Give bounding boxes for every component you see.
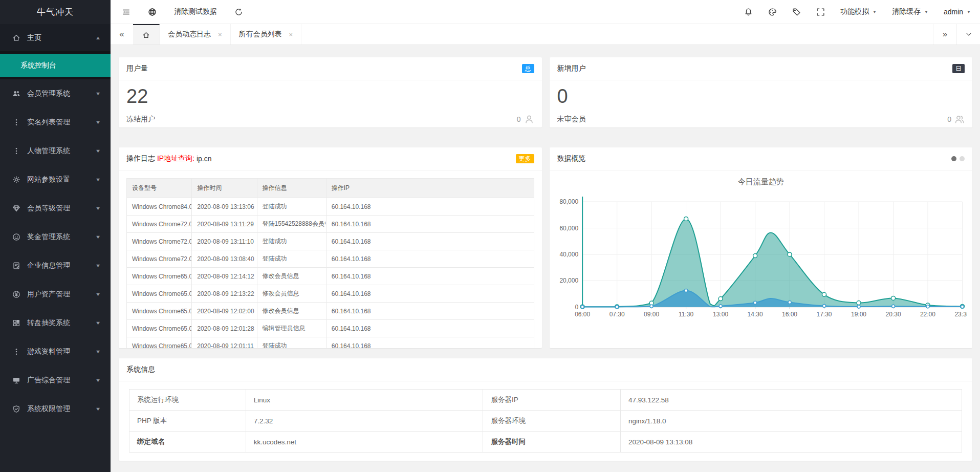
frozen-users-link[interactable]: 0 bbox=[517, 114, 534, 124]
stat-footer-label: 未审会员 bbox=[557, 115, 586, 124]
topbar-left: 清除测试数据 bbox=[122, 7, 243, 16]
log-table-cell: 2020-08-09 12:01:28 bbox=[192, 320, 257, 337]
sidebar-item[interactable]: 游戏资料管理▼ bbox=[0, 337, 111, 366]
sidebar-item[interactable]: 实名列表管理▼ bbox=[0, 108, 111, 137]
log-table-cell: Windows Chrome65.0.3 bbox=[127, 268, 192, 285]
stat-card-header: 新增用户 日 bbox=[550, 57, 973, 80]
tabbar-right-controls: » bbox=[933, 24, 980, 45]
tab[interactable]: 所有会员列表× bbox=[231, 24, 302, 45]
caret-down-icon: ▼ bbox=[967, 10, 971, 14]
log-table-row: Windows Chrome65.0.32020-08-09 12:01:28编… bbox=[127, 320, 534, 337]
sidebar-item[interactable]: 会员等级管理▼ bbox=[0, 194, 111, 223]
log-table-cell: Windows Chrome65.0.3 bbox=[127, 320, 192, 337]
bell-icon[interactable] bbox=[744, 8, 753, 16]
svg-text:17:30: 17:30 bbox=[816, 311, 832, 318]
clear-cache-dropdown[interactable]: 清除缓存 ▼ bbox=[892, 7, 928, 16]
grid-icon bbox=[12, 319, 20, 327]
log-table-cell: 60.164.10.168 bbox=[326, 320, 534, 337]
tab-label: 所有会员列表 bbox=[239, 30, 282, 39]
sidebar-item[interactable]: 用户资产管理▼ bbox=[0, 280, 111, 309]
home-icon bbox=[12, 34, 20, 42]
caret-down-icon: ▼ bbox=[924, 10, 928, 14]
system-info-value: Linux bbox=[246, 390, 483, 411]
tab[interactable]: 会员动态日志× bbox=[160, 24, 231, 45]
sidebar-item[interactable]: 广告综合管理▼ bbox=[0, 366, 111, 395]
function-simulate-dropdown[interactable]: 功能模拟 ▼ bbox=[840, 7, 877, 16]
tab-close-icon[interactable]: × bbox=[218, 31, 222, 38]
tag-icon[interactable] bbox=[792, 8, 801, 16]
unverified-members-link[interactable]: 0 bbox=[947, 114, 965, 124]
sidebar-item-label: 会员管理系统 bbox=[27, 89, 96, 98]
topbar-right: 功能模拟 ▼ 清除缓存 ▼ admin ▼ bbox=[744, 7, 971, 16]
globe-icon[interactable] bbox=[148, 8, 157, 16]
operation-log-panel: 操作日志 IP地址查询: ip.cn 更多 设备型号操作时间操作信息操作IP W… bbox=[119, 147, 542, 348]
svg-text:09:00: 09:00 bbox=[644, 311, 659, 318]
log-table-cell: 60.164.10.168 bbox=[326, 198, 534, 216]
log-table-cell: 2020-08-09 12:14:12 bbox=[192, 268, 257, 285]
sidebar-item[interactable]: 奖金管理系统▼ bbox=[0, 223, 111, 251]
total-badge[interactable]: 总 bbox=[522, 64, 534, 73]
log-table-cell: 60.164.10.168 bbox=[326, 233, 534, 250]
log-table-cell: 登陆成功 bbox=[257, 198, 326, 216]
log-table-cell: 修改会员信息 bbox=[257, 268, 326, 285]
carousel-dot-active[interactable] bbox=[951, 156, 956, 161]
clear-test-data-button[interactable]: 清除测试数据 bbox=[174, 7, 217, 16]
caret-down-icon: ▼ bbox=[873, 10, 877, 14]
sidebar-item[interactable]: 会员管理系统▼ bbox=[0, 79, 111, 108]
traffic-chart-svg: 06:0007:3009:0011:3013:0014:3016:0017:30… bbox=[555, 188, 968, 328]
sidebar-item[interactable]: 转盘抽奖系统▼ bbox=[0, 309, 111, 337]
tabs-scroll-right-icon[interactable]: » bbox=[933, 24, 956, 45]
chevron-down-icon bbox=[965, 31, 972, 38]
carousel-dots bbox=[951, 156, 965, 161]
tab-list: 会员动态日志×所有会员列表× bbox=[160, 24, 301, 45]
brand-logo: 牛气冲天 bbox=[0, 0, 111, 24]
system-table-row: 系统运行环境Linux服务器IP47.93.122.58 bbox=[129, 390, 962, 411]
refresh-icon[interactable] bbox=[234, 8, 243, 16]
log-table-cell: 修改会员信息 bbox=[257, 285, 326, 303]
system-info-value: 47.93.122.58 bbox=[620, 390, 962, 411]
stat-footer-value: 0 bbox=[517, 115, 521, 123]
traffic-chart: 06:0007:3009:0011:3013:0014:3016:0017:30… bbox=[550, 187, 973, 328]
sidebar-item[interactable]: 系统权限管理▼ bbox=[0, 395, 111, 423]
log-table-cell: 编辑管理员信息 bbox=[257, 320, 326, 337]
log-table-cell: 60.164.10.168 bbox=[326, 337, 534, 349]
tabs-menu-icon[interactable] bbox=[956, 24, 980, 45]
palette-icon[interactable] bbox=[768, 8, 777, 16]
stat-value: 0 bbox=[557, 84, 965, 109]
log-column-header: 操作时间 bbox=[192, 179, 257, 198]
sidebar-group: 主页▲系统控制台 bbox=[0, 24, 111, 79]
tabs-collapse-left-icon[interactable]: « bbox=[111, 24, 133, 45]
system-info-label: PHP 版本 bbox=[129, 411, 246, 432]
sidebar-item[interactable]: 主页▲ bbox=[0, 24, 111, 51]
daily-badge[interactable]: 日 bbox=[952, 64, 965, 73]
sidebar-subitem[interactable]: 系统控制台 bbox=[0, 54, 111, 77]
sidebar-item-label: 系统权限管理 bbox=[27, 404, 96, 414]
log-table-cell: 登陆成功 bbox=[257, 337, 326, 349]
tab-home[interactable] bbox=[133, 24, 160, 45]
middle-row: 操作日志 IP地址查询: ip.cn 更多 设备型号操作时间操作信息操作IP W… bbox=[119, 147, 972, 348]
log-table-cell: Windows Chrome72.0.3 bbox=[127, 216, 192, 233]
sidebar-item[interactable]: 企业信息管理▼ bbox=[0, 251, 111, 280]
caret-down-icon: ▼ bbox=[95, 263, 101, 268]
log-table-header-row: 设备型号操作时间操作信息操作IP bbox=[127, 179, 534, 198]
stat-footer-label: 冻结用户 bbox=[126, 115, 155, 124]
svg-text:06:00: 06:00 bbox=[575, 311, 590, 318]
log-table-row: Windows Chrome65.0.32020-08-09 12:13:22修… bbox=[127, 285, 534, 303]
admin-user-dropdown[interactable]: admin ▼ bbox=[944, 8, 971, 16]
sidebar-item[interactable]: 网站参数设置▼ bbox=[0, 165, 111, 194]
system-panel-header: 系统信息 bbox=[119, 358, 972, 381]
menu-toggle-icon[interactable] bbox=[122, 8, 130, 16]
log-table-row: Windows Chrome65.0.32020-08-09 12:14:12修… bbox=[127, 268, 534, 285]
caret-down-icon: ▼ bbox=[95, 406, 101, 412]
caret-down-icon: ▼ bbox=[95, 120, 101, 125]
log-table-cell: Windows Chrome84.0.4 bbox=[127, 198, 192, 216]
tab-close-icon[interactable]: × bbox=[289, 31, 293, 38]
system-info-table: 系统运行环境Linux服务器IP47.93.122.58PHP 版本7.2.32… bbox=[129, 389, 962, 453]
carousel-dot[interactable] bbox=[960, 156, 965, 161]
sidebar-item[interactable]: 人物管理系统▼ bbox=[0, 137, 111, 165]
log-table-cell: Windows Chrome72.0.3 bbox=[127, 233, 192, 250]
log-table-cell: 登陆成功 bbox=[257, 250, 326, 268]
main-column: 清除测试数据 功能模拟 ▼ 清除缓存 ▼ admin ▼ bbox=[111, 0, 980, 472]
fullscreen-icon[interactable] bbox=[816, 8, 825, 16]
more-button[interactable]: 更多 bbox=[516, 154, 534, 163]
